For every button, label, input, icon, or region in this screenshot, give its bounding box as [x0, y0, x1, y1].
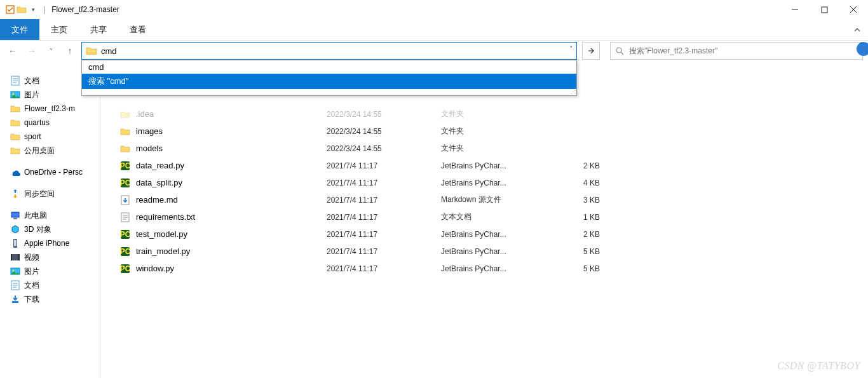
qat-dropdown-icon[interactable] — [5, 4, 15, 15]
autocomplete-item[interactable]: cmd — [82, 60, 576, 74]
nav-item-label: 文档 — [24, 280, 39, 291]
svg-rect-13 — [11, 212, 19, 217]
md-icon — [119, 194, 131, 206]
navigation-pane[interactable]: 文档图片Flower_tf2.3-mquartussport公用桌面OneDri… — [0, 61, 100, 378]
file-row[interactable]: PCdata_split.py2021/7/4 11:17JetBrains P… — [119, 174, 868, 191]
address-bar[interactable]: ˅ — [81, 42, 577, 60]
txt-icon — [119, 212, 131, 223]
file-row[interactable]: images2022/3/24 14:55文件夹 — [119, 123, 868, 140]
file-date: 2022/3/24 14:55 — [327, 127, 441, 136]
nav-item-label: 同步空间 — [24, 189, 55, 199]
iphone-icon — [10, 238, 20, 248]
file-row[interactable]: PCtest_model.py2021/7/4 11:17JetBrains P… — [119, 226, 868, 243]
tab-view[interactable]: 查看 — [118, 19, 158, 40]
minimize-button[interactable] — [780, 0, 810, 19]
nav-item[interactable]: 视频 — [0, 250, 100, 264]
chevron-down-icon[interactable]: ˅ — [569, 45, 573, 53]
file-size: 1 KB — [562, 213, 600, 222]
file-name: train_model.py — [136, 246, 327, 256]
file-row[interactable]: PCtrain_model.py2021/7/4 11:17JetBrains … — [119, 243, 868, 260]
video-icon — [10, 252, 20, 262]
py-icon: PC — [119, 246, 131, 257]
download-icon — [10, 294, 20, 304]
file-type: Markdown 源文件 — [441, 194, 562, 205]
file-name: images — [136, 126, 327, 136]
nav-item[interactable]: 同步空间 — [0, 187, 100, 201]
file-date: 2022/3/24 14:55 — [327, 144, 441, 153]
svg-text:PC: PC — [120, 247, 130, 256]
nav-item-label: 公用桌面 — [24, 145, 55, 156]
file-row[interactable]: .idea2022/3/24 14:55文件夹 — [119, 105, 868, 123]
nav-item[interactable]: sport — [0, 130, 100, 144]
nav-item[interactable]: 文档 — [0, 278, 100, 292]
recent-dropdown-icon[interactable]: ˅ — [43, 43, 58, 58]
nav-item[interactable]: Flower_tf2.3-m — [0, 102, 100, 116]
file-row[interactable]: PCdata_read.py2021/7/4 11:17JetBrains Py… — [119, 157, 868, 174]
nav-item-label: 下载 — [24, 294, 39, 305]
pc-icon — [10, 210, 20, 220]
close-button[interactable] — [839, 0, 868, 19]
ribbon-collapse-icon[interactable] — [850, 23, 864, 37]
svg-text:PC: PC — [120, 179, 130, 187]
maximize-button[interactable] — [810, 0, 839, 19]
file-list-area[interactable]: 大小 .idea2022/3/24 14:55文件夹images2022/3/2… — [100, 61, 868, 378]
doc-icon — [10, 76, 20, 86]
file-row[interactable]: readme.md2021/7/4 11:17Markdown 源文件3 KB — [119, 191, 868, 208]
py-icon: PC — [119, 177, 131, 189]
window-controls — [780, 0, 868, 19]
svg-text:PC: PC — [120, 230, 130, 239]
tab-home[interactable]: 主页 — [39, 19, 79, 40]
nav-item[interactable]: 图片 — [0, 264, 100, 278]
nav-item[interactable]: Apple iPhone — [0, 236, 100, 250]
nav-item[interactable]: OneDrive - Persc — [0, 165, 100, 179]
nav-item[interactable]: 公用桌面 — [0, 144, 100, 158]
doc-icon — [10, 280, 20, 290]
nav-item-label: Flower_tf2.3-m — [24, 104, 75, 113]
file-date: 2021/7/4 11:17 — [327, 247, 441, 256]
tab-file[interactable]: 文件 — [0, 19, 39, 40]
help-icon[interactable] — [857, 42, 868, 56]
back-button[interactable]: ← — [5, 43, 20, 58]
nav-item-label: 图片 — [24, 90, 39, 100]
svg-point-21 — [13, 270, 15, 272]
file-size: 2 KB — [562, 161, 600, 170]
separator: | — [43, 5, 45, 14]
file-row[interactable]: requirements.txt2021/7/4 11:17文本文档1 KB — [119, 208, 868, 226]
nav-item[interactable]: 下载 — [0, 292, 100, 306]
file-row[interactable]: models2022/3/24 14:55文件夹 — [119, 140, 868, 157]
nav-item-label: Apple iPhone — [24, 239, 69, 248]
watermark: CSDN @TATYBOY — [777, 360, 860, 372]
nav-item[interactable]: 3D 对象 — [0, 222, 100, 236]
search-box[interactable]: 搜索"Flower_tf2.3-master" — [610, 42, 863, 60]
file-type: JetBrains PyChar... — [441, 247, 562, 256]
file-type: 文件夹 — [441, 109, 562, 119]
autocomplete-dropdown: cmd 搜索 "cmd" ⋰ — [81, 60, 577, 96]
nav-item[interactable]: 此电脑 — [0, 208, 100, 222]
nav-item[interactable]: quartus — [0, 116, 100, 130]
tab-share[interactable]: 共享 — [79, 19, 118, 40]
title-bar: ▾ | Flower_tf2.3-master — [0, 0, 868, 19]
file-date: 2021/7/4 11:17 — [327, 264, 441, 273]
resize-grip-icon[interactable]: ⋰ — [82, 89, 576, 95]
file-name: requirements.txt — [136, 212, 327, 222]
forward-button[interactable]: → — [24, 43, 39, 58]
autocomplete-item-selected[interactable]: 搜索 "cmd" — [82, 74, 576, 89]
svg-rect-2 — [822, 7, 827, 13]
file-row[interactable]: PCwindow.py2021/7/4 11:17JetBrains PyCha… — [119, 260, 868, 277]
svg-rect-18 — [11, 254, 12, 260]
file-name: models — [136, 144, 327, 153]
nav-item-label: quartus — [24, 118, 50, 127]
pic-icon — [10, 90, 20, 100]
folder-icon — [119, 143, 131, 154]
go-button[interactable] — [582, 42, 600, 60]
address-input[interactable] — [101, 46, 559, 56]
navigation-bar: ← → ˅ ↑ ˅ cmd 搜索 "cmd" ⋰ 搜索"Flower_tf2.3… — [0, 41, 868, 61]
sync-icon — [10, 189, 20, 199]
svg-rect-26 — [12, 301, 18, 303]
up-button[interactable]: ↑ — [62, 43, 78, 58]
folder-icon — [10, 104, 20, 114]
nav-item-label: 此电脑 — [24, 210, 47, 221]
search-icon — [616, 47, 624, 55]
chevron-down-icon[interactable]: ▾ — [28, 4, 38, 15]
svg-rect-17 — [11, 254, 20, 260]
